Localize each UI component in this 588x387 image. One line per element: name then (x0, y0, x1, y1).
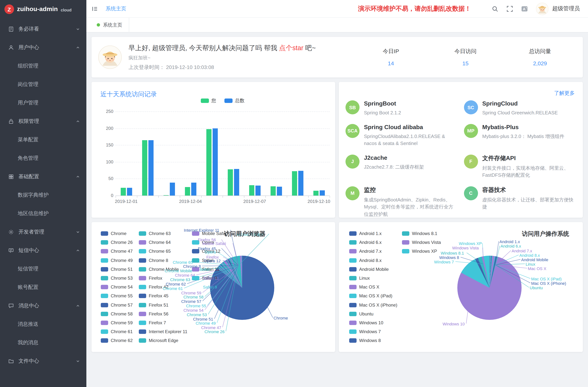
legend-item[interactable]: Chrome 26 (101, 240, 133, 245)
sidebar-subitem[interactable]: 组织管理 (0, 57, 86, 75)
star-link[interactable]: 点个star (279, 44, 303, 52)
chevron-up-icon (76, 174, 80, 180)
sidebar-subitem[interactable]: 菜单配置 (0, 131, 86, 149)
sidebar-subitem[interactable]: 我的消息 (0, 333, 86, 352)
legend-item[interactable]: Windows 7 (349, 329, 381, 334)
legend-item[interactable]: Firefox 45 (139, 293, 168, 299)
legend-item[interactable]: Chrome 55 (101, 293, 133, 299)
legend-item[interactable]: Chrome 61 (101, 329, 133, 334)
sidebar-subitem[interactable]: 账号配置 (0, 278, 86, 297)
legend-swatch (402, 249, 409, 254)
bar-you (121, 188, 126, 196)
tab-system-home[interactable]: 系统主页 (90, 18, 129, 32)
legend-label: Windows 7 (359, 329, 381, 334)
username[interactable]: 超级管理员 (552, 5, 580, 12)
legend-item[interactable]: Firefox 7 (139, 320, 166, 326)
legend-item[interactable]: Windows Vista (402, 240, 441, 245)
y-axis-label: 250 (98, 109, 113, 114)
sidebar-item-developer[interactable]: 开发者管理 (0, 223, 86, 241)
breadcrumb[interactable]: 系统主页 (105, 5, 126, 12)
legend-item[interactable]: Windows XP (402, 249, 437, 254)
chevron-down-icon (76, 229, 80, 235)
tab-bar: 系统主页 (86, 18, 588, 32)
legend-swatch (139, 231, 146, 236)
sidebar-subitem[interactable]: 消息推送 (0, 315, 86, 333)
app-title: zuihou-admin (17, 5, 58, 13)
legend-item[interactable]: Chrome 53 (101, 276, 133, 281)
legend-item[interactable]: Chrome 65 (139, 249, 171, 254)
legend-item[interactable]: Android 7.x (349, 249, 381, 254)
legend-item[interactable]: Internet Explorer 11 (139, 329, 187, 334)
legend-item[interactable]: Mac OS X (iPhone) (349, 302, 397, 307)
x-axis-label: 2019-12-01 (115, 199, 138, 204)
user-avatar[interactable] (536, 2, 548, 15)
fullscreen-icon[interactable] (506, 5, 513, 12)
legend-item[interactable]: Ubuntu (349, 311, 373, 317)
sidebar-subitem[interactable]: 数据字典维护 (0, 186, 86, 204)
legend-item[interactable]: Mac OS X (iPad) (349, 293, 392, 299)
sidebar-subitem[interactable]: 岗位管理 (0, 75, 86, 94)
legend-item[interactable]: Microsoft Edge (139, 338, 178, 343)
legend-swatch (101, 231, 108, 236)
gridline (116, 145, 330, 145)
sidebar-subitem[interactable]: 角色管理 (0, 149, 86, 167)
legend-swatch (101, 294, 108, 298)
sidebar-subitem[interactable]: 用户管理 (0, 94, 86, 112)
legend-item[interactable]: Android Mobile (349, 267, 389, 272)
legend-swatch (139, 339, 146, 343)
legend-label: Windows XP (412, 249, 437, 254)
visits-chart-card: 近十天系统访问记录 您总数 0501001502002502019-12-012… (92, 82, 335, 218)
sidebar-item-file-center[interactable]: 文件中心 (0, 352, 86, 370)
legend-item[interactable]: Chrome 62 (101, 338, 133, 343)
greeting-block: 早上好, 超级管理员, 今天帮别人解决问题了吗 帮我 点个star 吧~ 疯狂加… (128, 43, 358, 71)
legend-item[interactable]: Chrome 57 (101, 302, 133, 307)
legend-item[interactable]: Chrome 51 (101, 267, 133, 272)
sidebar-item-label: 务必详看 (19, 26, 76, 32)
tech-item-c: C容器技术虚拟化容器技术，让迁移、部署更加方便快捷 (462, 186, 577, 218)
sidebar-item-label: 短信中心 (19, 247, 76, 254)
legend-item[interactable]: Chrome (101, 231, 126, 236)
tech-badge: J (345, 154, 359, 168)
sidebar-subitem[interactable]: 短信管理 (0, 260, 86, 278)
legend-item[interactable]: Chrome 64 (139, 240, 171, 245)
legend-item[interactable]: Chrome 54 (101, 285, 133, 290)
legend-item[interactable]: Chrome 63 (139, 231, 171, 236)
legend-item[interactable]: Chrome 8 (139, 258, 168, 263)
font-size-icon[interactable]: A+ (521, 5, 528, 12)
pies-row: 访问用户浏览器 ChromeChrome 26Chrome 47Chrome 4… (92, 222, 583, 352)
legend-item[interactable]: Chrome 58 (101, 311, 133, 317)
legend-label: Mac OS X (iPhone) (359, 302, 397, 307)
legend-item[interactable]: Windows 8.1 (402, 231, 437, 236)
legend-item[interactable]: Android 1.x (349, 231, 381, 236)
legend-label: Chrome 54 (111, 285, 133, 290)
legend-item[interactable]: Android 8.x (349, 258, 381, 263)
legend-label: Chrome 53 (111, 276, 133, 281)
legend-item[interactable]: Firefox 51 (139, 302, 168, 307)
sidebar-item-sms-center[interactable]: 短信中心 (0, 241, 86, 260)
legend-item[interactable]: Firefox (139, 276, 162, 281)
learn-more-link[interactable]: 了解更多 (554, 90, 575, 97)
sidebar-item-label: 文件中心 (19, 358, 76, 365)
sidebar-item-message-center[interactable]: 消息中心 (0, 297, 86, 315)
legend-label: Firefox (149, 276, 162, 281)
sidebar-item-permission[interactable]: 权限管理 (0, 112, 86, 131)
legend-item[interactable]: Android 6.x (349, 240, 381, 245)
legend-swatch (101, 258, 108, 263)
legend-item[interactable]: Chrome 47 (101, 249, 133, 254)
legend-item[interactable]: Chrome 59 (101, 320, 133, 326)
legend-label: Mac OS X (359, 285, 379, 290)
legend-item[interactable]: Linux (349, 276, 370, 281)
legend-item[interactable]: Chrome 49 (101, 258, 133, 263)
search-icon[interactable] (492, 5, 498, 12)
legend-item[interactable]: Windows 8 (349, 338, 381, 343)
sidebar-subitem[interactable]: 地区信息维护 (0, 204, 86, 223)
legend-item[interactable]: Mac OS X (349, 285, 379, 290)
sidebar-item-must-view[interactable]: 务必详看 (0, 20, 86, 38)
collapse-menu-icon[interactable] (92, 5, 98, 12)
legend-item[interactable]: Firefox 56 (139, 311, 168, 317)
sidebar-item-user-center[interactable]: 用户中心 (0, 38, 86, 57)
legend-item[interactable]: Windows 10 (349, 320, 383, 326)
sidebar-item-basic-config[interactable]: 基础配置 (0, 167, 86, 186)
x-axis-tick (265, 196, 266, 198)
x-axis-tick (116, 196, 116, 198)
